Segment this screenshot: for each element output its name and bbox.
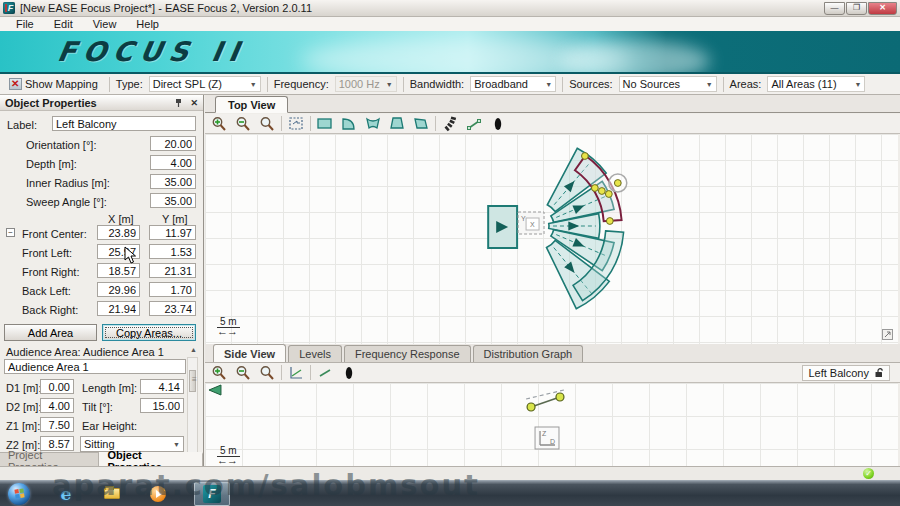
zoom-window-icon[interactable] xyxy=(257,364,277,381)
tilt-label: Tilt [°]: xyxy=(82,401,113,413)
trapezoid-area-tool-icon[interactable] xyxy=(387,115,407,132)
line-tool-icon[interactable] xyxy=(315,364,335,381)
front-center-label: Front Center: xyxy=(22,228,87,240)
front-center-y-input[interactable] xyxy=(149,225,196,240)
back-right-y-input[interactable] xyxy=(149,301,196,316)
side-view-canvas[interactable]: Z D 5 m ←→ xyxy=(205,383,898,466)
front-left-label: Front Left: xyxy=(22,247,72,259)
d2-input[interactable] xyxy=(40,398,74,413)
orientation-input[interactable] xyxy=(150,136,196,151)
resize-corner-icon[interactable] xyxy=(882,329,893,340)
audience-area-name-input[interactable] xyxy=(4,359,186,374)
zoom-out-icon[interactable] xyxy=(233,115,253,132)
tab-levels[interactable]: Levels xyxy=(288,345,342,362)
show-mapping-button[interactable]: Show Mapping xyxy=(4,76,103,92)
front-right-y-input[interactable] xyxy=(149,263,196,278)
menu-bar: File Edit View Help xyxy=(0,17,900,31)
profile-handle[interactable] xyxy=(527,403,535,411)
origin-x-label: X xyxy=(530,221,535,228)
menu-view[interactable]: View xyxy=(83,17,127,31)
axes-view-icon[interactable] xyxy=(286,364,306,381)
frequency-combobox: 1000 Hz ▼ xyxy=(335,76,397,92)
start-button[interactable] xyxy=(8,483,30,505)
selection-handle[interactable] xyxy=(614,180,621,187)
pan-left-arrow-icon[interactable] xyxy=(209,385,221,395)
menu-edit[interactable]: Edit xyxy=(44,17,83,31)
side-view-drawing[interactable]: Z D xyxy=(205,383,898,466)
pin-icon[interactable] xyxy=(174,98,183,108)
sweep-angle-input[interactable] xyxy=(150,193,196,208)
top-view-drawing[interactable]: Y X xyxy=(205,134,898,344)
zoom-out-icon[interactable] xyxy=(233,364,253,381)
back-left-y-input[interactable] xyxy=(149,282,196,297)
panel-header: Object Properties ✕ xyxy=(0,95,203,111)
depth-input[interactable] xyxy=(150,155,196,170)
selection-handle[interactable] xyxy=(591,185,598,192)
sources-label: Sources: xyxy=(569,78,612,90)
back-left-label: Back Left: xyxy=(22,285,71,297)
minimize-button[interactable]: — xyxy=(824,2,845,15)
origin-z-label: Z xyxy=(542,430,547,437)
zoom-in-icon[interactable] xyxy=(209,364,229,381)
lock-open-icon[interactable] xyxy=(874,367,884,378)
back-left-x-input[interactable] xyxy=(97,282,140,297)
sources-combobox[interactable]: No Sources ▼ xyxy=(619,76,717,92)
zoom-window-icon[interactable] xyxy=(257,115,277,132)
front-center-x-input[interactable] xyxy=(97,225,140,240)
selection-handle[interactable] xyxy=(582,153,589,160)
front-right-label: Front Right: xyxy=(22,266,79,278)
line-tool-icon[interactable] xyxy=(464,115,484,132)
add-area-button[interactable]: Add Area xyxy=(4,324,97,341)
restore-button[interactable]: ❐ xyxy=(846,2,867,15)
sector-area-tool-icon[interactable] xyxy=(339,115,359,132)
point-source-tool-icon[interactable] xyxy=(488,115,508,132)
front-left-y-input[interactable] xyxy=(149,244,196,259)
back-right-x-input[interactable] xyxy=(97,301,140,316)
type-label: Type: xyxy=(116,78,143,90)
tilt-input[interactable] xyxy=(140,398,184,413)
d1-input[interactable] xyxy=(40,379,74,394)
audience-area-caption: Audience Area: Audience Area 1 xyxy=(6,346,164,358)
mouse-cursor xyxy=(124,246,137,265)
top-view-tab-bar: Top View xyxy=(205,95,900,113)
front-right-x-input[interactable] xyxy=(97,263,140,278)
origin-marker: Y X xyxy=(518,212,544,234)
curved-area-tool-icon[interactable] xyxy=(363,115,383,132)
rect-area-tool-icon[interactable] xyxy=(315,115,335,132)
length-input[interactable] xyxy=(140,379,184,394)
areas-label: Areas: xyxy=(730,78,762,90)
banner-artwork xyxy=(560,41,710,74)
z1-input[interactable] xyxy=(40,417,74,432)
tab-top-view[interactable]: Top View xyxy=(215,96,288,113)
inner-radius-input[interactable] xyxy=(150,174,196,189)
selection-handle[interactable] xyxy=(598,188,605,195)
profile-handle[interactable] xyxy=(556,393,564,401)
tab-side-view[interactable]: Side View xyxy=(213,344,286,362)
areas-combobox[interactable]: All Areas (11) ▼ xyxy=(767,76,865,92)
selection-handle[interactable] xyxy=(605,191,612,198)
selection-handle[interactable] xyxy=(606,218,613,225)
fit-view-icon[interactable] xyxy=(286,115,306,132)
scroll-up-icon[interactable]: ▲ xyxy=(188,346,199,353)
close-panel-icon[interactable]: ✕ xyxy=(190,98,198,108)
audience-profile-line[interactable] xyxy=(531,397,560,407)
top-view-canvas[interactable]: Y X 5 m ←→ xyxy=(205,134,898,344)
bandwidth-combobox[interactable]: Broadband ▼ xyxy=(470,76,556,92)
menu-help[interactable]: Help xyxy=(126,17,169,31)
tab-frequency-response[interactable]: Frequency Response xyxy=(344,345,471,362)
copy-areas-button[interactable]: Copy Areas... xyxy=(102,324,196,341)
collapse-expander-icon[interactable]: − xyxy=(6,228,15,237)
tab-distribution-graph[interactable]: Distribution Graph xyxy=(473,345,584,362)
point-source-tool-icon[interactable] xyxy=(339,364,359,381)
menu-file[interactable]: File xyxy=(6,17,44,31)
close-button[interactable]: ✕ xyxy=(868,2,897,15)
type-combobox[interactable]: Direct SPL (Z) ▼ xyxy=(149,76,261,92)
frequency-label: Frequency: xyxy=(274,78,329,90)
label-input[interactable] xyxy=(52,116,196,131)
back-right-label: Back Right: xyxy=(22,304,78,316)
chevron-down-icon: ▼ xyxy=(850,81,861,88)
polygon-area-tool-icon[interactable] xyxy=(411,115,431,132)
line-array-tool-icon[interactable] xyxy=(440,115,460,132)
y-column-header: Y [m] xyxy=(162,213,187,225)
zoom-in-icon[interactable] xyxy=(209,115,229,132)
